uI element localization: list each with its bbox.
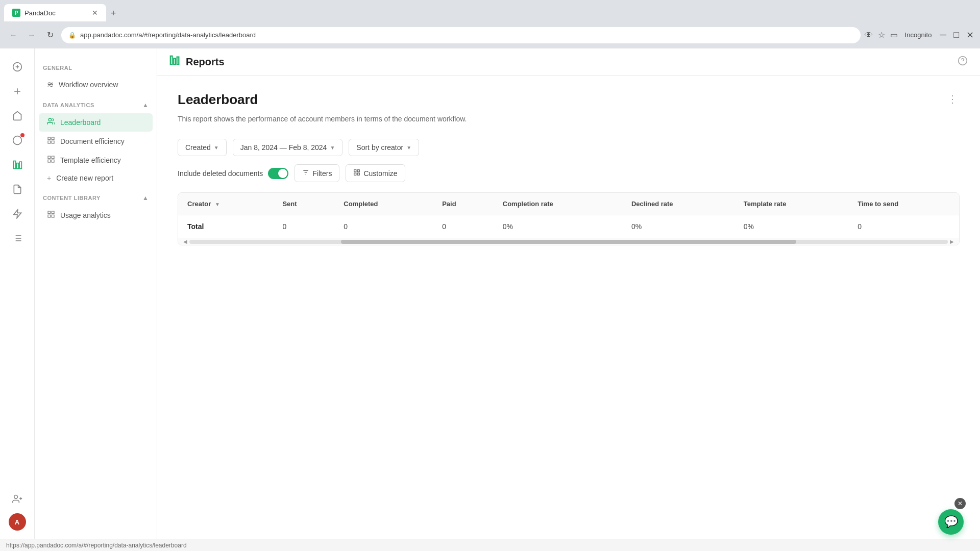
sort-chevron-icon: ▼ bbox=[406, 145, 411, 151]
more-options-button[interactable]: ⋮ bbox=[945, 92, 960, 106]
scroll-left-arrow[interactable]: ◀ bbox=[181, 239, 189, 244]
sidebar-item-workflow-overview[interactable]: ≋ Workflow overview bbox=[39, 76, 153, 93]
table-scrollbar[interactable]: ◀ ▶ bbox=[178, 238, 959, 245]
tab-favicon: P bbox=[12, 9, 20, 17]
include-deleted-label: Include deleted documents bbox=[178, 169, 263, 178]
help-icon[interactable] bbox=[958, 56, 968, 68]
workflow-overview-label: Workflow overview bbox=[59, 81, 118, 89]
sidebar-item-create-new-report[interactable]: + Create new report bbox=[39, 170, 153, 186]
customize-label: Customize bbox=[363, 169, 397, 178]
documents-icon[interactable] bbox=[7, 179, 28, 199]
browser-controls: ← → ↻ 🔒 app.pandadoc.com/a/#/reporting/d… bbox=[0, 21, 980, 48]
chat-icon: 💬 bbox=[944, 515, 958, 529]
include-deleted-toggle[interactable] bbox=[268, 168, 288, 179]
filters-row: Created ▼ Jan 8, 2024 — Feb 8, 2024 ▼ So… bbox=[178, 139, 960, 156]
filter-icon bbox=[302, 169, 309, 178]
svg-rect-33 bbox=[174, 58, 176, 64]
sidebar: GENERAL ≋ Workflow overview DATA ANALYTI… bbox=[35, 48, 157, 539]
leaderboard-icon bbox=[47, 117, 55, 128]
chat-button[interactable]: 💬 bbox=[938, 509, 964, 535]
svg-rect-8 bbox=[19, 162, 21, 168]
total-completion-rate-cell: 0% bbox=[494, 215, 622, 238]
filters-button[interactable]: Filters bbox=[295, 164, 339, 182]
bookmark-icon[interactable]: ☆ bbox=[878, 30, 885, 40]
sidebar-item-usage-analytics[interactable]: Usage analytics bbox=[39, 206, 153, 224]
maximize-button[interactable]: □ bbox=[953, 30, 959, 41]
col-header-paid: Paid bbox=[433, 193, 494, 215]
active-tab[interactable]: P PandaDoc ✕ bbox=[4, 4, 106, 21]
close-window-button[interactable]: ✕ bbox=[966, 30, 974, 41]
total-completed-cell: 0 bbox=[334, 215, 433, 238]
add-user-icon[interactable] bbox=[7, 489, 28, 509]
col-header-sent: Sent bbox=[273, 193, 334, 215]
svg-marker-9 bbox=[13, 210, 21, 218]
minimize-button[interactable]: ─ bbox=[940, 30, 946, 41]
content-library-section-header[interactable]: CONTENT LIBRARY ▲ bbox=[35, 190, 157, 206]
table-header-row: Creator ▼ Sent Completed Paid Completion… bbox=[178, 193, 959, 215]
notification-badge bbox=[20, 133, 24, 137]
plus-icon[interactable] bbox=[7, 81, 28, 102]
general-label: GENERAL bbox=[43, 65, 72, 71]
col-header-declined-rate: Declined rate bbox=[622, 193, 734, 215]
reports-icon[interactable] bbox=[7, 155, 28, 175]
created-filter-button[interactable]: Created ▼ bbox=[178, 139, 227, 156]
window-controls: ─ □ ✕ bbox=[940, 30, 974, 41]
address-bar[interactable]: 🔒 app.pandadoc.com/a/#/reporting/data-an… bbox=[61, 27, 861, 43]
total-declined-rate-cell: 0% bbox=[622, 215, 734, 238]
svg-point-5 bbox=[13, 136, 21, 145]
scroll-right-arrow[interactable]: ▶ bbox=[948, 239, 956, 244]
usage-analytics-icon bbox=[47, 210, 55, 220]
sidebar-item-document-efficiency[interactable]: Document efficiency bbox=[39, 132, 153, 151]
data-analytics-section-header[interactable]: DATA ANALYTICS ▲ bbox=[35, 97, 157, 113]
svg-rect-23 bbox=[48, 141, 51, 143]
notifications-icon[interactable] bbox=[7, 130, 28, 151]
filters-label: Filters bbox=[312, 169, 332, 178]
top-header: Reports bbox=[157, 48, 980, 76]
lock-icon: 🔒 bbox=[68, 32, 76, 39]
svg-rect-22 bbox=[52, 141, 54, 143]
sidebar-icon[interactable]: ▭ bbox=[890, 30, 898, 40]
creator-header-label: Creator bbox=[187, 200, 211, 208]
col-header-creator[interactable]: Creator ▼ bbox=[178, 193, 273, 215]
svg-rect-31 bbox=[48, 215, 51, 217]
home-icon[interactable] bbox=[7, 57, 28, 77]
total-time-to-send-cell: 0 bbox=[848, 215, 959, 238]
page-title: Leaderboard bbox=[178, 92, 258, 108]
incognito-label: Incognito bbox=[905, 31, 932, 39]
list-icon[interactable] bbox=[7, 228, 28, 248]
col-header-completion-rate: Completion rate bbox=[494, 193, 622, 215]
toggle-knob bbox=[278, 169, 287, 178]
sidebar-item-leaderboard[interactable]: Leaderboard bbox=[39, 113, 153, 132]
new-tab-button[interactable]: + bbox=[106, 6, 120, 20]
refresh-button[interactable]: ↻ bbox=[43, 28, 57, 42]
scrollbar-track[interactable] bbox=[189, 240, 948, 244]
customize-button[interactable]: Customize bbox=[346, 164, 405, 182]
template-efficiency-label: Template efficiency bbox=[60, 156, 121, 164]
svg-rect-41 bbox=[358, 170, 360, 172]
created-chevron-icon: ▼ bbox=[214, 145, 219, 151]
creator-sort-icon: ▼ bbox=[215, 202, 220, 207]
date-range-filter-button[interactable]: Jan 8, 2024 — Feb 8, 2024 ▼ bbox=[233, 139, 343, 156]
scrollbar-thumb[interactable] bbox=[341, 240, 796, 244]
browser-tabs: P PandaDoc ✕ + bbox=[0, 0, 980, 21]
content-library-toggle[interactable]: ▲ bbox=[142, 194, 149, 202]
user-avatar[interactable]: A bbox=[9, 513, 26, 531]
back-button[interactable]: ← bbox=[6, 28, 20, 42]
home-nav-icon[interactable] bbox=[7, 106, 28, 126]
lightning-icon[interactable] bbox=[7, 204, 28, 224]
sort-by-creator-button[interactable]: Sort by creator ▼ bbox=[349, 139, 419, 156]
date-range-chevron-icon: ▼ bbox=[330, 145, 335, 151]
filters-row-2: Include deleted documents Filters Custo bbox=[178, 164, 960, 182]
chat-close-button[interactable]: ✕ bbox=[954, 498, 966, 509]
svg-point-19 bbox=[48, 118, 51, 121]
leaderboard-label: Leaderboard bbox=[60, 118, 101, 127]
forward-button[interactable]: → bbox=[24, 28, 39, 42]
app-layout: A GENERAL ≋ Workflow overview DATA ANALY… bbox=[0, 48, 980, 539]
data-analytics-toggle[interactable]: ▲ bbox=[142, 102, 149, 109]
usage-analytics-label: Usage analytics bbox=[60, 211, 111, 219]
content-area: Leaderboard ⋮ This report shows the perf… bbox=[157, 76, 980, 539]
tab-close-button[interactable]: ✕ bbox=[92, 9, 98, 17]
sidebar-item-template-efficiency[interactable]: Template efficiency bbox=[39, 151, 153, 169]
svg-rect-6 bbox=[13, 161, 15, 169]
svg-rect-30 bbox=[52, 215, 54, 217]
